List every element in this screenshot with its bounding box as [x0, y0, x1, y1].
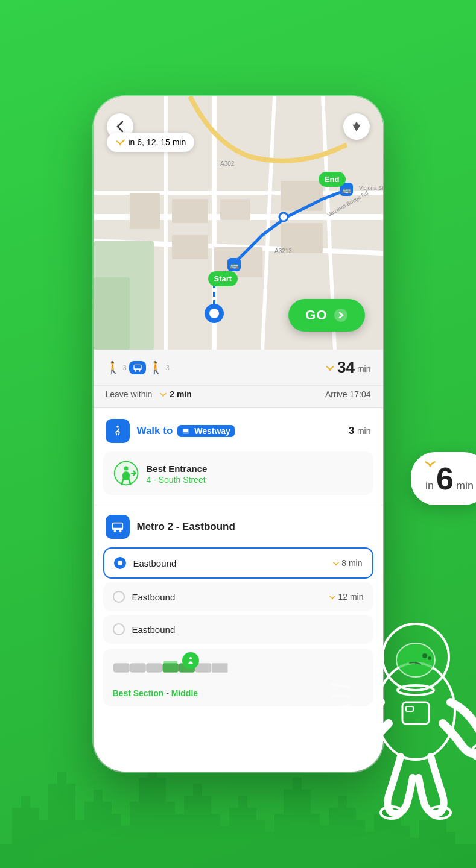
realtime-icon	[325, 363, 335, 372]
svg-rect-10	[94, 277, 130, 350]
leave-arrive-bar: Leave within 2 min Arrive 17:04	[94, 386, 383, 408]
svg-point-56	[189, 657, 192, 659]
svg-rect-17	[130, 193, 160, 229]
walk-icon-left: 🚶	[106, 360, 121, 375]
direction-label-1: Eastbound	[132, 592, 322, 602]
entrance-sublabel: 4 - South Street	[147, 475, 208, 485]
radio-2	[113, 623, 125, 635]
arrival-text: in 6, 12, 15 min	[129, 137, 186, 147]
bubble-wifi-icon	[424, 458, 436, 470]
entrance-card: Best Entrance 4 - South Street	[103, 451, 373, 495]
svg-point-57	[429, 465, 431, 467]
svg-point-41	[124, 467, 128, 471]
svg-point-45	[119, 530, 121, 533]
svg-rect-48	[113, 664, 129, 672]
bus-stop-icon	[182, 427, 190, 436]
svg-point-60	[396, 643, 435, 677]
time-wifi-icon-0	[332, 560, 340, 567]
transit-bar: 🚶 3 🚶 3 34 min	[94, 350, 383, 386]
walk-destination-badge: Westway	[177, 425, 235, 437]
svg-rect-51	[162, 664, 178, 672]
svg-text:🚌: 🚌	[229, 260, 238, 269]
entrance-icon	[113, 460, 139, 486]
metro-title: Metro 2 - Eastbound	[137, 521, 235, 533]
svg-rect-49	[130, 664, 145, 672]
astronaut-character	[331, 591, 476, 820]
leave-within: Leave within 2 min	[106, 389, 192, 399]
bubble-min-text: min	[456, 480, 474, 492]
svg-rect-32	[134, 365, 141, 368]
station-person-icon	[182, 652, 199, 669]
transit-icons: 🚶 3 🚶 3	[106, 360, 170, 375]
svg-point-61	[422, 653, 427, 658]
end-label: End	[319, 172, 346, 187]
radio-dot-0	[118, 561, 122, 565]
walk-section-title: Walk to Westway	[137, 425, 235, 437]
go-button[interactable]: GO	[288, 299, 364, 332]
svg-point-34	[139, 370, 141, 372]
duration-value: 34	[337, 358, 355, 377]
walk-count-left: 3	[123, 364, 127, 371]
svg-text:Victoria St: Victoria St	[359, 185, 383, 191]
duration-unit: min	[357, 364, 371, 374]
walking-icon	[111, 424, 124, 438]
svg-text:A302: A302	[220, 160, 235, 167]
svg-rect-15	[172, 235, 208, 259]
arrival-bubble: in 6, 12, 15 min	[107, 133, 195, 152]
svg-rect-67	[402, 702, 429, 724]
best-section-label: Best Section - Middle	[113, 688, 364, 698]
direction-label-0: Eastbound	[133, 558, 326, 568]
realtime-bubble: in 6 min	[411, 452, 476, 505]
svg-rect-54	[212, 664, 227, 672]
metro-section-header: Metro 2 - Eastbound	[94, 505, 383, 547]
entrance-label: Best Entrance	[147, 462, 208, 475]
train-diagram	[113, 657, 233, 679]
arrive-time: Arrive 17:04	[325, 389, 370, 399]
svg-point-23	[209, 309, 219, 318]
wifi-icon	[115, 138, 125, 146]
metro-icon	[106, 515, 130, 539]
direction-label-2: Eastbound	[132, 624, 364, 635]
svg-point-24	[279, 213, 288, 221]
svg-point-37	[116, 426, 119, 428]
svg-rect-39	[183, 429, 188, 432]
svg-point-62	[428, 656, 431, 660]
svg-point-33	[135, 370, 136, 372]
radio-1	[113, 591, 125, 603]
svg-point-35	[329, 369, 331, 370]
walk-icon-right: 🚶	[148, 360, 163, 375]
map-section: A302 A3213 Vauxhall Bridge Rd Victoria S…	[94, 96, 383, 350]
walk-section-header: Walk to Westway 3 min	[94, 408, 383, 451]
svg-rect-12	[220, 199, 250, 220]
entrance-info: Best Entrance 4 - South Street	[147, 462, 208, 485]
walk-section-time: 3 min	[349, 425, 371, 437]
bubble-signal-icon	[424, 458, 436, 468]
svg-point-29	[119, 144, 120, 145]
locate-button[interactable]	[343, 113, 370, 140]
walk-count-right: 3	[166, 364, 170, 371]
go-arrow-icon	[334, 308, 348, 322]
svg-text:A3213: A3213	[274, 248, 292, 254]
svg-point-46	[335, 564, 337, 565]
entrance-svg	[113, 460, 139, 486]
bubble-in-text: in	[425, 480, 434, 492]
bus-icon	[133, 363, 142, 373]
duration-info: 34 min	[325, 358, 370, 377]
direction-time-0: 8 min	[332, 558, 362, 568]
svg-point-44	[113, 530, 116, 533]
svg-rect-50	[146, 664, 162, 672]
svg-rect-43	[113, 524, 122, 528]
walk-section-icon	[106, 419, 130, 443]
svg-point-36	[163, 395, 164, 397]
svg-point-30	[334, 309, 347, 322]
svg-text:🚌: 🚌	[341, 185, 351, 194]
radio-0	[114, 557, 126, 569]
train-visual	[113, 657, 364, 684]
metro-bus-icon	[111, 520, 124, 533]
direction-option-0[interactable]: Eastbound 8 min	[103, 547, 373, 579]
bus-badge	[129, 361, 146, 374]
person-icon	[186, 656, 195, 665]
svg-rect-11	[172, 199, 208, 223]
leave-wifi-icon	[159, 391, 167, 398]
bubble-number: 6	[436, 463, 454, 494]
